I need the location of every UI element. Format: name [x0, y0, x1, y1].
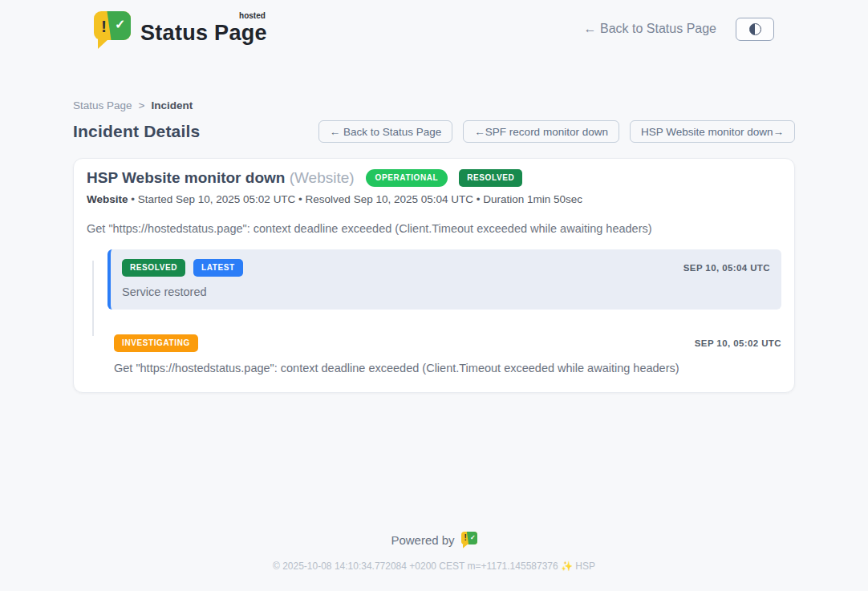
latest-badge: LATEST	[193, 259, 243, 277]
main-content: Status Page > Incident Incident Details …	[73, 99, 795, 393]
investigating-status-badge: INVESTIGATING	[114, 334, 198, 352]
breadcrumb-separator: >	[139, 99, 145, 111]
exclamation-icon: !	[464, 534, 467, 542]
timeline-entry-content: INVESTIGATING SEP 10, 05:02 UTC Get "htt…	[107, 333, 781, 374]
status-page-logo-icon-small: ! ✓	[461, 532, 477, 548]
timeline-entry-investigating: INVESTIGATING SEP 10, 05:02 UTC Get "htt…	[87, 333, 781, 374]
checkmark-icon: ✓	[470, 535, 476, 541]
header: ! ✓ Status Page hosted ← Back to Status …	[0, 0, 868, 48]
brand-logo-link[interactable]: ! ✓ Status Page hosted	[94, 10, 267, 48]
incident-nav-buttons: ← Back to Status Page ←SPF record monito…	[318, 120, 795, 143]
half-circle-icon	[749, 23, 761, 35]
latest-update-box: RESOLVED LATEST SEP 10, 05:04 UTC Servic…	[107, 249, 781, 310]
timeline-dot-column	[87, 249, 99, 310]
status-page-logo-icon: ! ✓	[94, 10, 131, 48]
copyright-text: © 2025-10-08 14:10:34.772084 +0200 CEST …	[0, 561, 868, 572]
brand-wordmark: Status Page hosted	[140, 13, 267, 46]
update-header: INVESTIGATING SEP 10, 05:02 UTC	[114, 334, 781, 352]
logo-bubble: ! ✓	[94, 11, 131, 40]
powered-by-label: Powered by	[391, 533, 454, 547]
incident-meta: Website • Started Sep 10, 2025 05:02 UTC…	[87, 193, 781, 205]
title-row: Incident Details ← Back to Status Page ←…	[73, 120, 795, 143]
breadcrumb-incident: Incident	[151, 99, 193, 111]
update-header: RESOLVED LATEST SEP 10, 05:04 UTC	[122, 259, 770, 277]
incident-name: HSP Website monitor down	[87, 169, 285, 186]
breadcrumb-status-page[interactable]: Status Page	[73, 99, 132, 111]
theme-toggle-button[interactable]	[736, 18, 774, 41]
update-badges: INVESTIGATING	[114, 334, 198, 352]
incident-meta-details: • Started Sep 10, 2025 05:02 UTC • Resol…	[128, 193, 583, 205]
incident-component: Website	[87, 193, 128, 205]
breadcrumb: Status Page > Incident	[73, 99, 795, 111]
prev-incident-button[interactable]: ←SPF record monitor down	[463, 120, 619, 143]
resolved-status-badge: RESOLVED	[122, 259, 185, 277]
next-incident-button[interactable]: HSP Website monitor down→	[630, 120, 795, 143]
incident-title: HSP Website monitor down (Website)	[87, 169, 355, 187]
update-message: Get "https://hostedstatus.page": context…	[114, 362, 781, 374]
update-message: Service restored	[122, 285, 770, 298]
logo-bubble-tail	[463, 544, 468, 548]
update-timestamp: SEP 10, 05:02 UTC	[695, 338, 781, 348]
incident-timeline: RESOLVED LATEST SEP 10, 05:04 UTC Servic…	[87, 249, 781, 374]
back-to-status-page-button[interactable]: ← Back to Status Page	[318, 120, 453, 143]
exclamation-icon: !	[101, 18, 107, 34]
page-title: Incident Details	[73, 122, 200, 141]
brand-name: Status Page	[140, 21, 267, 45]
incident-title-row: HSP Website monitor down (Website) OPERA…	[87, 169, 781, 187]
timeline-entry-content: RESOLVED LATEST SEP 10, 05:04 UTC Servic…	[107, 249, 781, 310]
update-timestamp: SEP 10, 05:04 UTC	[683, 263, 770, 273]
resolved-badge: RESOLVED	[459, 169, 522, 187]
footer: Powered by ! ✓ © 2025-10-08 14:10:34.772…	[0, 532, 868, 591]
brand-superscript: hosted	[239, 11, 266, 20]
powered-by-link[interactable]: Powered by ! ✓	[391, 532, 477, 548]
incident-card: HSP Website monitor down (Website) OPERA…	[73, 158, 795, 393]
logo-bubble-tail	[98, 38, 109, 49]
timeline-entry-resolved: RESOLVED LATEST SEP 10, 05:04 UTC Servic…	[87, 249, 781, 310]
back-to-status-page-link[interactable]: ← Back to Status Page	[584, 22, 716, 36]
checkmark-icon: ✓	[115, 18, 125, 31]
operational-badge: OPERATIONAL	[366, 169, 448, 187]
incident-description: Get "https://hostedstatus.page": context…	[87, 222, 781, 235]
header-actions: ← Back to Status Page	[584, 18, 774, 41]
incident-scope: (Website)	[290, 169, 355, 186]
timeline-dot-column	[87, 333, 99, 374]
update-badges: RESOLVED LATEST	[122, 259, 243, 277]
logo-bubble: ! ✓	[461, 532, 477, 544]
